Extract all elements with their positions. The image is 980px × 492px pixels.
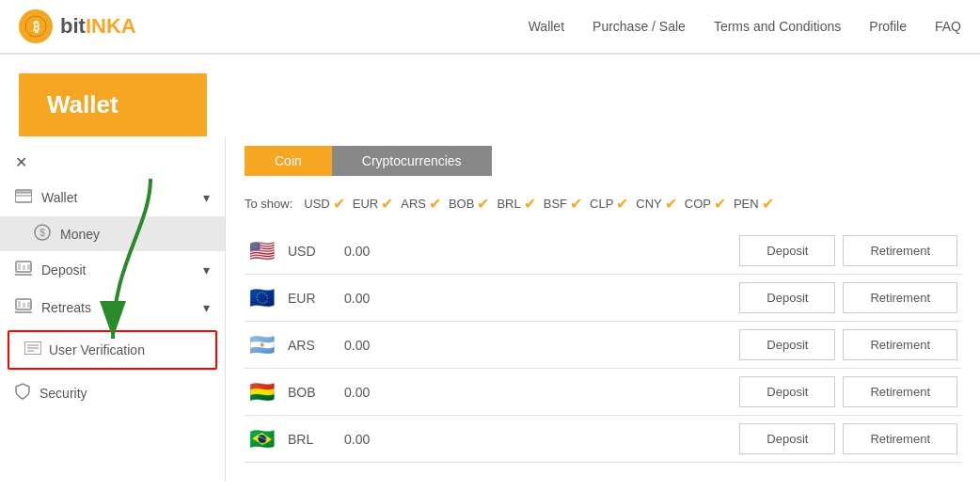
logo-text: bitINKA: [60, 14, 136, 39]
nav-profile[interactable]: Profile: [869, 19, 907, 34]
tab-coin[interactable]: Coin: [245, 146, 332, 176]
deposit-ars-button[interactable]: Deposit: [739, 329, 835, 360]
cop-check-icon: ✔: [714, 195, 726, 213]
ars-check-icon: ✔: [429, 195, 441, 213]
svg-rect-12: [18, 301, 21, 308]
sidebar-item-deposit[interactable]: Deposit ▾: [0, 251, 225, 289]
amount-eur: 0.00: [344, 291, 419, 306]
currency-filter: To show: USD ✔ EUR ✔ ARS ✔ BOB ✔ BRL ✔ B…: [245, 195, 961, 213]
nav-faq[interactable]: FAQ: [935, 19, 961, 34]
currency-row-ars: 🇦🇷 ARS 0.00 Deposit Retirement: [245, 322, 961, 369]
wallet-chevron-icon: ▾: [203, 190, 210, 205]
brl-check-icon: ✔: [524, 195, 536, 213]
content-area: ✕ Wallet ▾ $ Money: [0, 136, 980, 482]
deposit-eur-button[interactable]: Deposit: [739, 282, 835, 313]
sidebar-security-label: Security: [40, 386, 87, 401]
sidebar-item-security[interactable]: Security: [0, 373, 225, 413]
retreats-icon: [15, 298, 32, 317]
sidebar-item-user-verification[interactable]: User Verification: [8, 330, 217, 370]
clp-check-icon: ✔: [616, 195, 628, 213]
sidebar-item-wallet[interactable]: Wallet ▾: [0, 179, 225, 216]
filter-usd[interactable]: USD ✔: [304, 195, 344, 213]
currency-row-eur: 🇪🇺 EUR 0.00 Deposit Retirement: [245, 275, 961, 322]
main-content: Coin Cryptocurrencies To show: USD ✔ EUR…: [226, 136, 980, 482]
currency-row-bob: 🇧🇴 BOB 0.00 Deposit Retirement: [245, 369, 961, 416]
pen-check-icon: ✔: [762, 195, 774, 213]
sidebar-item-retreats[interactable]: Retreats ▾: [0, 289, 225, 326]
filter-ars[interactable]: ARS ✔: [401, 195, 441, 213]
flag-brl: 🇧🇷: [245, 428, 278, 451]
wallet-banner: Wallet: [19, 73, 207, 136]
deposit-icon: [15, 261, 32, 279]
deposit-bob-button[interactable]: Deposit: [739, 376, 835, 407]
flag-bob: 🇧🇴: [245, 381, 278, 404]
sidebar-deposit-label: Deposit: [41, 262, 86, 278]
svg-rect-13: [23, 303, 25, 308]
svg-rect-7: [18, 263, 21, 270]
code-ars: ARS: [288, 338, 344, 353]
code-eur: EUR: [288, 291, 344, 306]
retirement-usd-button[interactable]: Retirement: [843, 235, 957, 266]
logo-icon: ₿: [19, 9, 53, 43]
usd-check-icon: ✔: [333, 195, 345, 213]
bsf-check-icon: ✔: [570, 195, 582, 213]
sidebar-close-button[interactable]: ✕: [0, 146, 225, 179]
flag-usd: 🇺🇸: [245, 240, 278, 262]
sidebar-subitem-money[interactable]: $ Money: [0, 216, 225, 251]
sidebar-wallet-label: Wallet: [41, 190, 77, 205]
tabs: Coin Cryptocurrencies: [245, 146, 961, 176]
wallet-icon: [15, 188, 32, 207]
svg-text:$: $: [40, 228, 45, 238]
amount-brl: 0.00: [344, 432, 419, 447]
svg-rect-9: [27, 264, 30, 270]
retirement-bob-button[interactable]: Retirement: [843, 376, 957, 407]
tab-cryptocurrencies[interactable]: Cryptocurrencies: [332, 146, 492, 176]
amount-bob: 0.00: [344, 385, 419, 400]
svg-text:₿: ₿: [33, 19, 40, 34]
sidebar-user-verification-label: User Verification: [49, 342, 145, 357]
amount-ars: 0.00: [344, 338, 419, 353]
code-brl: BRL: [288, 432, 344, 447]
filter-clp[interactable]: CLP ✔: [590, 195, 628, 213]
header: ₿ bitINKA Wallet Purchase / Sale Terms a…: [0, 0, 980, 55]
retirement-ars-button[interactable]: Retirement: [843, 329, 957, 360]
nav-terms[interactable]: Terms and Conditions: [714, 19, 841, 34]
currency-row-usd: 🇺🇸 USD 0.00 Deposit Retirement: [245, 228, 961, 275]
page-body: Wallet ✕ Wallet ▾ $: [0, 55, 980, 482]
logo: ₿ bitINKA: [19, 9, 136, 43]
nav-wallet[interactable]: Wallet: [529, 19, 564, 34]
cny-check-icon: ✔: [665, 195, 677, 213]
deposit-brl-button[interactable]: Deposit: [739, 423, 835, 454]
flag-ars: 🇦🇷: [245, 334, 278, 357]
retreats-chevron-icon: ▾: [203, 300, 210, 315]
sidebar-retreats-label: Retreats: [41, 300, 91, 315]
amount-usd: 0.00: [344, 244, 419, 259]
filter-bsf[interactable]: BSF ✔: [544, 195, 582, 213]
security-icon: [15, 383, 30, 404]
deposit-usd-button[interactable]: Deposit: [739, 235, 835, 266]
retirement-eur-button[interactable]: Retirement: [843, 282, 957, 313]
currency-row-brl: 🇧🇷 BRL 0.00 Deposit Retirement: [245, 416, 961, 463]
code-usd: USD: [288, 244, 344, 259]
svg-rect-14: [27, 302, 30, 308]
sidebar: ✕ Wallet ▾ $ Money: [0, 136, 226, 482]
filter-bob[interactable]: BOB ✔: [449, 195, 489, 213]
sidebar-money-label: Money: [60, 227, 100, 242]
bob-check-icon: ✔: [477, 195, 489, 213]
svg-rect-8: [23, 265, 25, 270]
filter-pen[interactable]: PEN ✔: [734, 195, 774, 213]
nav-purchase-sale[interactable]: Purchase / Sale: [593, 19, 686, 34]
retirement-brl-button[interactable]: Retirement: [843, 423, 957, 454]
filter-eur[interactable]: EUR ✔: [353, 195, 393, 213]
filter-label: To show:: [245, 197, 292, 211]
eur-check-icon: ✔: [381, 195, 393, 213]
deposit-chevron-icon: ▾: [203, 262, 210, 278]
filter-cop[interactable]: COP ✔: [685, 195, 726, 213]
user-verification-icon: [24, 341, 41, 358]
filter-brl[interactable]: BRL ✔: [497, 195, 535, 213]
code-bob: BOB: [288, 385, 344, 400]
currency-list: 🇺🇸 USD 0.00 Deposit Retirement 🇪🇺 EUR 0.…: [245, 228, 961, 463]
flag-eur: 🇪🇺: [245, 287, 278, 309]
money-icon: $: [34, 224, 51, 244]
filter-cny[interactable]: CNY ✔: [636, 195, 676, 213]
